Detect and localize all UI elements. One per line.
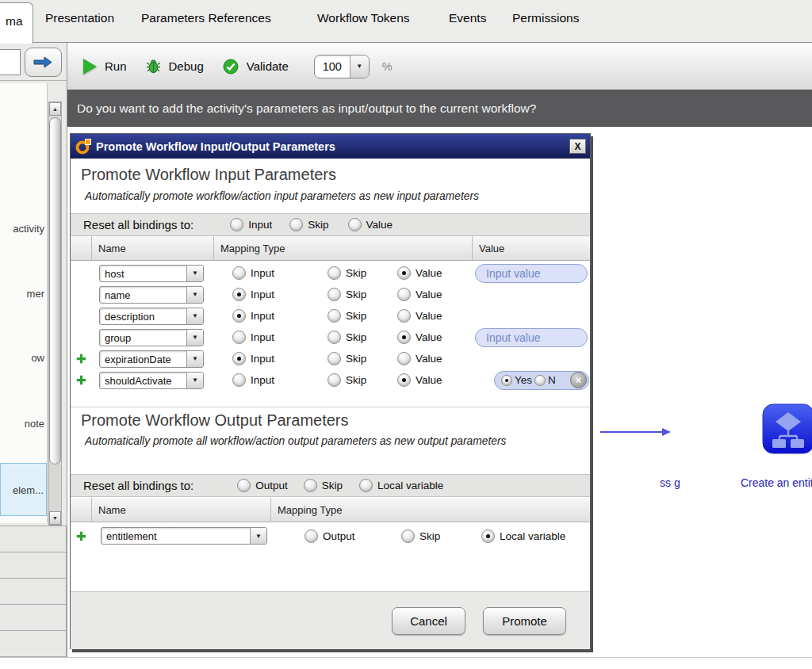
value-input-field[interactable]: Input value — [475, 264, 588, 283]
name-dropdown[interactable]: description ▼ — [99, 308, 204, 325]
name-dropdown[interactable]: group ▼ — [99, 329, 204, 346]
value-option[interactable]: Value — [397, 331, 442, 344]
radio-icon[interactable] — [327, 331, 341, 344]
chevron-down-icon[interactable]: ▼ — [186, 287, 203, 303]
radio-icon[interactable] — [304, 479, 317, 492]
value-option[interactable]: Value — [397, 352, 442, 365]
name-dropdown[interactable]: entitlement ▼ — [101, 527, 267, 545]
radio-icon[interactable] — [397, 352, 411, 365]
input-option[interactable]: Input — [232, 373, 327, 387]
workflow-node-icon[interactable] — [762, 403, 812, 454]
dialog-title-bar[interactable]: Promote Workflow Input/Output Parameters… — [71, 134, 590, 159]
value-option[interactable]: Value — [397, 373, 442, 387]
radio-icon[interactable] — [327, 373, 341, 387]
tab-workflow-tokens[interactable]: Workflow Tokens — [317, 11, 410, 25]
chevron-down-icon[interactable]: ▼ — [186, 330, 203, 346]
tab-presentation[interactable]: Presentation — [45, 11, 114, 25]
radio-icon[interactable] — [232, 331, 246, 344]
radio-icon[interactable] — [397, 266, 411, 280]
palette-drawer[interactable] — [0, 552, 67, 579]
cancel-button[interactable]: Cancel — [392, 607, 465, 635]
skip-option[interactable]: Skip — [327, 352, 397, 365]
scroll-down-icon[interactable]: ▼ — [49, 511, 61, 525]
output-option[interactable]: Output — [304, 529, 401, 543]
add-parameter-icon[interactable] — [76, 375, 86, 385]
close-icon[interactable]: X — [569, 139, 586, 154]
radio-icon[interactable] — [397, 373, 411, 387]
reset-output-option[interactable]: Output — [237, 479, 288, 492]
input-option[interactable]: Input — [232, 309, 327, 323]
radio-icon[interactable] — [397, 309, 411, 323]
value-input-field[interactable]: Input value — [475, 328, 588, 347]
skip-option[interactable]: Skip — [327, 331, 397, 344]
palette-scrollbar[interactable]: ▲ ▼ — [48, 101, 62, 526]
palette-item-selected[interactable]: elem... — [0, 463, 47, 516]
palette-item[interactable]: activity — [13, 223, 44, 235]
run-button[interactable]: Run — [105, 59, 127, 73]
input-option[interactable]: Input — [232, 288, 327, 301]
reset-skip-option[interactable]: Skip — [304, 479, 343, 492]
chevron-down-icon[interactable]: ▼ — [186, 351, 203, 367]
skip-option[interactable]: Skip — [327, 309, 397, 323]
radio-icon[interactable] — [401, 529, 415, 543]
reset-input-option[interactable]: Input — [230, 218, 272, 231]
palette-drawer[interactable] — [0, 578, 67, 605]
debug-button[interactable]: Debug — [169, 59, 204, 73]
radio-icon[interactable] — [230, 218, 243, 231]
palette-item[interactable]: note — [25, 418, 44, 430]
remove-value-icon[interactable]: × — [570, 372, 587, 388]
input-option[interactable]: Input — [232, 266, 327, 280]
palette-drawer[interactable] — [0, 526, 67, 552]
yes-radio-icon[interactable] — [501, 375, 512, 386]
radio-icon[interactable] — [289, 218, 303, 231]
scrollbar-thumb[interactable] — [49, 117, 61, 464]
chevron-down-icon[interactable]: ▼ — [186, 373, 203, 388]
search-go-button[interactable] — [25, 48, 62, 77]
radio-icon[interactable] — [232, 373, 246, 387]
run-icon[interactable] — [83, 59, 97, 75]
radio-icon[interactable] — [304, 529, 318, 543]
palette-drawer[interactable] — [0, 630, 67, 657]
skip-option[interactable]: Skip — [401, 529, 481, 543]
skip-option[interactable]: Skip — [327, 373, 397, 387]
validate-button[interactable]: Validate — [247, 59, 289, 73]
radio-icon[interactable] — [481, 529, 495, 543]
promote-button[interactable]: Promote — [483, 607, 566, 635]
palette-drawer[interactable] — [0, 604, 67, 631]
skip-option[interactable]: Skip — [327, 288, 397, 301]
debug-bug-icon[interactable] — [146, 59, 161, 74]
radio-icon[interactable] — [397, 331, 411, 344]
palette-item[interactable]: ow — [31, 352, 44, 364]
yes-no-toggle[interactable]: Yes N × — [494, 371, 589, 390]
value-option[interactable]: Value — [397, 309, 442, 323]
name-dropdown[interactable]: host ▼ — [99, 265, 204, 282]
radio-icon[interactable] — [327, 352, 341, 365]
radio-icon[interactable] — [359, 479, 373, 492]
reset-value-option[interactable]: Value — [348, 218, 393, 231]
palette-item[interactable]: mer — [27, 288, 44, 300]
radio-icon[interactable] — [232, 352, 246, 365]
name-dropdown[interactable]: shouldActivate ▼ — [99, 372, 204, 389]
scroll-up-icon[interactable]: ▲ — [49, 102, 61, 116]
add-parameter-icon[interactable] — [76, 531, 86, 541]
radio-icon[interactable] — [232, 266, 246, 280]
tab-schema[interactable]: ma — [0, 2, 33, 44]
zoom-select[interactable]: 100 ▼ — [314, 55, 370, 78]
chevron-down-icon[interactable]: ▼ — [350, 55, 369, 78]
no-radio-icon[interactable] — [534, 375, 546, 386]
radio-icon[interactable] — [327, 309, 341, 323]
radio-icon[interactable] — [237, 479, 251, 492]
input-option[interactable]: Input — [232, 331, 327, 344]
input-option[interactable]: Input — [232, 352, 327, 365]
chevron-down-icon[interactable]: ▼ — [186, 308, 203, 324]
skip-option[interactable]: Skip — [327, 266, 397, 280]
radio-icon[interactable] — [327, 288, 341, 301]
add-parameter-icon[interactable] — [76, 354, 86, 364]
radio-icon[interactable] — [232, 309, 246, 323]
value-option[interactable]: Value — [397, 288, 442, 301]
tab-parameters-references[interactable]: Parameters References — [141, 11, 271, 25]
chevron-down-icon[interactable]: ▼ — [186, 266, 203, 281]
name-dropdown[interactable]: expirationDate ▼ — [99, 350, 204, 368]
name-dropdown[interactable]: name ▼ — [99, 286, 204, 304]
local-variable-option[interactable]: Local variable — [481, 529, 565, 543]
